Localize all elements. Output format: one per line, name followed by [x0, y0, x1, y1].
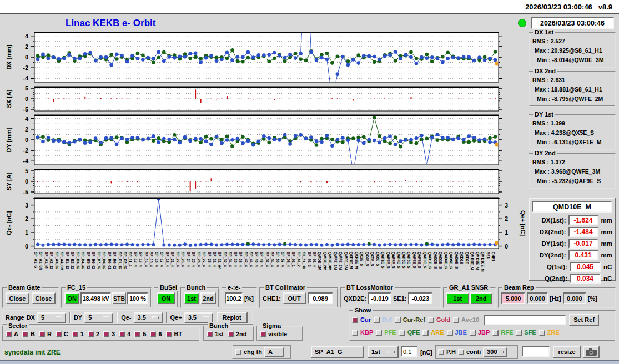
- conti-checkbox[interactable]: [458, 349, 464, 355]
- gr-a1-1st-button[interactable]: 1st: [446, 292, 469, 304]
- ph-checkbox[interactable]: [438, 349, 444, 355]
- qmd-row-label: DY(1st):: [532, 240, 566, 247]
- bt-lossmonitor-group: BT LossMonitor QXD2E: -0.019 SE1: -0.023: [340, 287, 441, 308]
- xaxis-label: SP_B6_62: [92, 252, 95, 269]
- sp-select-dropdown[interactable]: SP_A1_G: [311, 346, 364, 358]
- charge-unit-label: [nC]: [420, 349, 432, 356]
- gr-a1-2nd-button[interactable]: 2nd: [470, 292, 493, 304]
- show-label: JBP: [478, 329, 490, 336]
- sigma-checkbox-visible[interactable]: [260, 331, 266, 337]
- beam-gate-title: Beam Gate: [7, 284, 42, 291]
- show-checkbox-pfe[interactable]: [376, 330, 382, 336]
- bpm-xaxis-labels: SP_A1_GSP_A1_C5SP_A1_MSP_A2_12SP_A3_22SP…: [34, 251, 500, 283]
- range-qem-dropdown[interactable]: 3.5: [134, 312, 163, 323]
- titlebar-datetime: 2026/03/23 03:00:46: [525, 3, 592, 11]
- bunch3-checkbox-1st[interactable]: [207, 331, 213, 337]
- sector-item-c: C: [56, 331, 68, 337]
- sector-label: 6: [158, 331, 162, 337]
- extra-input[interactable]: [522, 346, 550, 357]
- bunch-select-dropdown[interactable]: 1st: [368, 346, 399, 358]
- th-dropdown[interactable]: A: [264, 347, 284, 357]
- gr-a1-snsr-group: GR_A1 SNSR 1st 2nd: [443, 287, 496, 308]
- fc15-percent-field: 100 %: [127, 292, 148, 304]
- show-checkbox-curref[interactable]: [395, 317, 401, 323]
- show-label: JBE: [455, 329, 467, 336]
- che1-out-button[interactable]: OUT: [283, 292, 306, 304]
- sector-checkbox-3[interactable]: [103, 331, 109, 337]
- stats-row: Min : -8.795@QWFE_2M: [537, 95, 603, 102]
- qmd-row-unit: nC: [603, 264, 612, 270]
- show-checkbox-kbp[interactable]: [352, 330, 358, 336]
- bunch3-item-2nd: 2nd: [228, 331, 247, 337]
- sector-item-4: 4: [119, 331, 130, 337]
- show-checkbox-jbe[interactable]: [447, 330, 453, 336]
- show-checkbox-sfe[interactable]: [516, 330, 522, 336]
- show-checkbox-ave10[interactable]: [453, 317, 459, 323]
- show-checkbox-are[interactable]: [422, 330, 429, 336]
- chg-th-checkbox[interactable]: [235, 349, 241, 355]
- xaxis-label: SP_61_2: [297, 252, 301, 267]
- svg-text:2: 2: [25, 126, 28, 133]
- replot-button[interactable]: Replot: [217, 312, 248, 323]
- plot-q: 33221100Qe- [nC]Qe+ [nC]: [6, 197, 526, 249]
- set-ref-button[interactable]: Set Ref: [569, 314, 599, 326]
- sector-checkbox-bt[interactable]: [166, 331, 172, 337]
- xaxis-label: SP_21_4: [170, 252, 174, 267]
- sector-checkbox-r[interactable]: [39, 331, 45, 337]
- fc15-stb-button[interactable]: STB: [112, 292, 126, 304]
- xaxis-label: SP_52_4: [265, 252, 269, 267]
- show-checkbox-zre[interactable]: [539, 330, 545, 336]
- qmd-row-value: 0.045: [570, 262, 601, 272]
- show-checkbox-cur[interactable]: [352, 317, 358, 323]
- dropdown-indicator: [497, 351, 504, 353]
- plot-sx: 50-5SX [A]: [6, 85, 502, 113]
- xaxis-label: SP_A3_22: [55, 252, 59, 269]
- xaxis-label: QAD6E_S: [455, 252, 459, 269]
- e-ratio-title: e-:e-: [226, 284, 242, 291]
- bunch3-checkbox-2nd[interactable]: [228, 331, 234, 337]
- beam-gate-close-button-1[interactable]: Close: [6, 292, 29, 304]
- bunch-2nd-button[interactable]: 2nd: [200, 292, 216, 304]
- resize-button[interactable]: resize: [553, 346, 581, 358]
- stats-group-dy-2nd: DY 2ndRMS : 1.372Max : 3.968@QWFE_3MMin …: [529, 153, 616, 189]
- sector-label: 3: [112, 331, 115, 337]
- show-checkbox-rfe[interactable]: [492, 330, 499, 336]
- busel-on-button[interactable]: ON: [157, 292, 175, 304]
- sector-checkbox-c[interactable]: [56, 331, 62, 337]
- busel-title: BuSel: [158, 284, 179, 291]
- svg-text:DY [mm]: DY [mm]: [6, 127, 12, 152]
- points-dropdown[interactable]: 300: [483, 347, 507, 357]
- set-ref-input[interactable]: [484, 315, 566, 325]
- xaxis-label: SP_R0_01: [108, 252, 112, 269]
- sector-checkbox-6[interactable]: [150, 331, 156, 337]
- stats-group-title: DY 2nd: [533, 150, 557, 156]
- qmd-row: DX(2nd):-1.484mm: [532, 226, 612, 237]
- show-checkbox-jbp[interactable]: [470, 330, 476, 336]
- sector-checkbox-1[interactable]: [72, 331, 78, 337]
- svg-text:2: 2: [505, 215, 508, 222]
- sector-checkbox-5[interactable]: [134, 331, 140, 337]
- xaxis-label: SP_B4_42: [81, 252, 85, 269]
- range-dy-dropdown[interactable]: 5: [84, 312, 113, 323]
- show-checkbox-qfe[interactable]: [399, 330, 405, 336]
- sector-checkbox-b[interactable]: [22, 331, 28, 337]
- bunch-1st-button[interactable]: 1st: [184, 292, 199, 304]
- xaxis-label: SP_61_1: [291, 252, 295, 267]
- xaxis-label: SP_44_4: [249, 252, 253, 267]
- sector-checkbox-a[interactable]: [6, 331, 12, 337]
- show-checkbox-ref[interactable]: [374, 317, 380, 323]
- sector-checkbox-4[interactable]: [119, 331, 125, 337]
- bt-lossmonitor-title: BT LossMonitor: [345, 284, 395, 291]
- range-qep-dropdown[interactable]: 3.5: [184, 312, 213, 323]
- xaxis-label: QWFE_1M: [334, 252, 338, 270]
- sector-checkbox-2[interactable]: [88, 331, 94, 337]
- fc15-title: FC_15: [66, 284, 87, 291]
- camera-snapshot-button[interactable]: [583, 346, 600, 358]
- fc15-on-button[interactable]: ON: [64, 292, 79, 304]
- show-checkbox-gold[interactable]: [428, 317, 434, 323]
- stats-row: Min : -5.232@QAF9E_S: [537, 178, 601, 184]
- beam-gate-close-button-2[interactable]: Close: [32, 292, 56, 304]
- range-dx-dropdown[interactable]: 5: [37, 312, 66, 323]
- charge-threshold-input[interactable]: [401, 346, 417, 357]
- stats-row: RMS : 2.631: [532, 77, 565, 83]
